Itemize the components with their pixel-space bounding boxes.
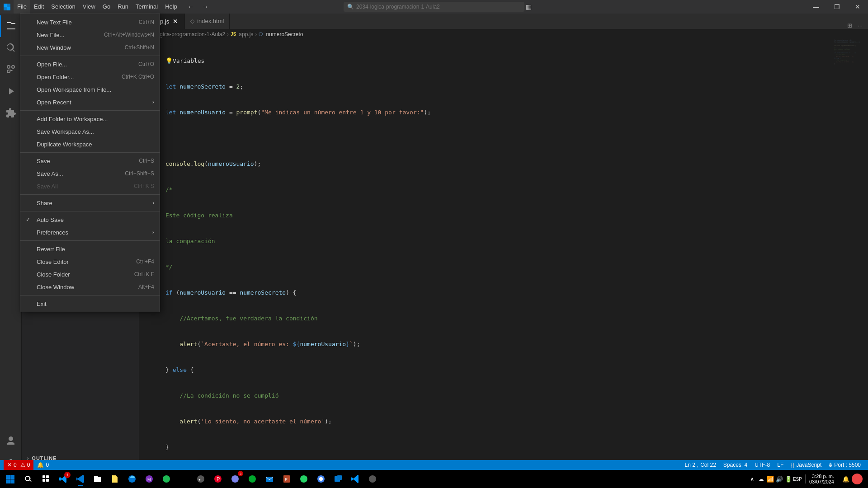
menu-open-recent[interactable]: Open Recent › [20,96,160,108]
code-content[interactable]: 💡Variables let numeroSecreto = 2; let nu… [162,39,832,478]
taskbar-mail[interactable] [261,471,278,487]
status-right: Ln 2, Col 22 Spaces: 4 UTF-8 LF {} JavaS… [681,460,864,470]
close-button[interactable]: ✕ [847,0,868,14]
menu-save-all[interactable]: Save All Ctrl+K S [20,180,160,192]
taskbar-evernote[interactable] [244,471,260,487]
menu-close-window[interactable]: Close Window Alt+F4 [20,281,160,293]
menu-go[interactable]: Go [99,0,114,14]
menu-revert-file[interactable]: Revert File [20,243,160,255]
activity-bar-search[interactable] [0,37,22,59]
menu-open-file[interactable]: Open File... Ctrl+O [20,58,160,70]
activity-bar-source-control[interactable] [0,59,22,80]
status-port[interactable]: ⛢ Port : 5500 [825,460,864,470]
tray-keyboard[interactable]: ESP [793,475,802,483]
taskbar-search[interactable] [19,471,37,487]
activity-bar-run[interactable] [0,80,22,102]
taskbar-vscode[interactable]: 1 [55,471,71,487]
more-actions-button[interactable]: ··· [856,22,864,29]
taskbar-powerpoint[interactable]: P [278,471,295,487]
taskbar-spotify[interactable] [158,471,175,487]
menu-help[interactable]: Help [161,0,181,14]
nav-forward[interactable]: → [199,0,212,13]
activity-bar-extensions[interactable] [0,102,22,124]
menu-add-folder-workspace[interactable]: Add Folder to Workspace... [20,113,160,125]
menu-open-workspace[interactable]: Open Workspace from File... [20,83,160,96]
tray-battery[interactable]: 🔋 [784,475,793,483]
tab-index-html[interactable]: ◇ index.html [185,14,230,29]
svg-text:P: P [285,477,288,482]
tab-app-js-close[interactable]: ✕ [172,18,179,25]
menu-file[interactable]: File [14,0,30,14]
menu-edit[interactable]: Edit [30,0,47,14]
taskbar-explorer[interactable] [90,471,106,487]
menu-close-folder[interactable]: Close Folder Ctrl+K F [20,268,160,281]
taskbar-whatsapp[interactable] [296,471,312,487]
taskbar-misc1[interactable]: ● [193,471,209,487]
status-info[interactable]: 🔔 0 [33,460,52,470]
menu-sep-7 [20,295,160,296]
taskbar-vscode2[interactable] [347,471,363,487]
tray-notification[interactable]: 🔔 [842,475,850,483]
info-count: 0 [46,462,49,468]
breadcrumb-symbol[interactable]: numeroSecreto [266,31,303,38]
menu-sep-5 [20,211,160,211]
status-spaces[interactable]: Spaces: 4 [720,460,751,470]
taskbar-microsoft[interactable]: M [141,471,157,487]
tray-wifi[interactable]: 📶 [766,475,774,483]
tray-chevron[interactable]: ∧ [748,475,756,483]
tray-cloud[interactable]: ☁ [757,475,765,483]
menu-save[interactable]: Save Ctrl+S [20,155,160,167]
menu-save-as[interactable]: Save As... Ctrl+Shift+S [20,167,160,180]
taskbar-pinterest[interactable]: P [210,471,226,487]
menu-close-editor[interactable]: Close Editor Ctrl+F4 [20,255,160,268]
status-encoding[interactable]: UTF-8 [751,460,774,470]
menu-share[interactable]: Share › [20,197,160,209]
taskbar-chrome[interactable] [313,471,329,487]
menu-save-workspace-as[interactable]: Save Workspace As... [20,125,160,138]
menu-auto-save[interactable]: ✓Auto Save [20,213,160,226]
taskbar-tiktok[interactable] [175,471,192,487]
taskbar-clock[interactable]: 3:28 p. m. 03/07/2024 [809,474,834,484]
info-icon: 🔔 [37,462,44,468]
status-ln-col[interactable]: Ln 2, Col 22 [681,460,719,470]
status-errors[interactable]: ✕ 0 ⚠ 0 [4,460,33,470]
menu-view[interactable]: View [79,0,99,14]
minimize-button[interactable]: — [806,0,826,14]
taskbar-vscode-active[interactable] [72,471,89,487]
svg-point-21 [231,475,239,483]
activity-bar-explorer[interactable] [0,15,22,37]
breadcrumb-file[interactable]: app.js [239,31,253,38]
menu-open-folder[interactable]: Open Folder... Ctrl+K Ctrl+O [20,70,160,83]
taskbar-outlook[interactable] [330,471,346,487]
taskbar-teams[interactable]: 3 [227,471,243,487]
layout-icon-4[interactable]: ▦ [523,0,535,13]
code-editor[interactable]: 1 2 3 4 5 6 7 8 9 10 11 12 13 14 15 16 💡… [139,39,868,478]
menu-terminal[interactable]: Terminal [132,0,161,14]
taskbar-extra[interactable] [364,471,381,487]
menu-run[interactable]: Run [114,0,132,14]
search-bar[interactable]: 🔍 [344,2,524,12]
status-language[interactable]: {} JavaScript [787,460,825,470]
menu-preferences[interactable]: Preferences › [20,226,160,239]
menu-new-window[interactable]: New Window Ctrl+Shift+N [20,41,160,54]
menu-exit[interactable]: Exit [20,297,160,310]
split-editor-button[interactable]: ⊞ [845,22,854,29]
taskbar-edge[interactable] [124,471,140,487]
tray-speaker[interactable]: 🔊 [775,475,783,483]
taskbar-files[interactable] [107,471,123,487]
start-button[interactable] [2,471,18,487]
menu-new-text-file[interactable]: New Text File Ctrl+N [20,16,160,28]
maximize-button[interactable]: ❐ [826,0,847,14]
nav-back[interactable]: ← [184,0,197,13]
menu-selection[interactable]: Selection [47,0,79,14]
svg-rect-4 [6,475,10,479]
taskbar-task-view[interactable] [38,471,54,487]
search-input[interactable] [344,2,524,12]
menu-sep-6 [20,240,160,241]
status-line-ending[interactable]: LF [774,460,787,470]
svg-rect-8 [42,475,45,478]
taskbar-sep-1 [805,474,806,483]
menu-duplicate-workspace[interactable]: Duplicate Workspace [20,138,160,150]
activity-bar-account[interactable] [0,430,22,452]
menu-new-file[interactable]: New File... Ctrl+Alt+Windows+N [20,28,160,41]
